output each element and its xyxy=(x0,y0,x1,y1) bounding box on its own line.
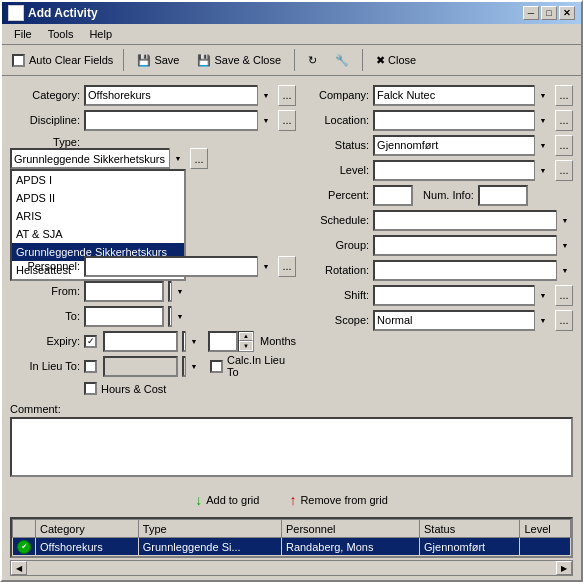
comment-textarea[interactable] xyxy=(10,417,573,477)
percent-row: Percent: Num. Info: xyxy=(304,184,573,206)
company-ellipsis-button[interactable]: ... xyxy=(555,85,573,106)
title-bar-controls: ─ □ ✕ xyxy=(523,6,575,20)
discipline-row: Discipline: ▼ ... xyxy=(10,109,296,131)
to-input[interactable] xyxy=(84,306,164,327)
col-category: Category xyxy=(36,520,139,538)
horizontal-scrollbar: ◀ ▶ xyxy=(10,560,573,576)
shift-ellipsis-button[interactable]: ... xyxy=(555,285,573,306)
dropdown-item-apds1[interactable]: APDS I xyxy=(12,171,184,189)
expiry-date-input[interactable]: 04.02.2016 xyxy=(103,331,178,352)
grid-controls: ↓ Add to grid ↑ Remove from grid xyxy=(2,483,581,517)
type-select[interactable]: Grunnleggende Sikkerhetskurs xyxy=(10,148,186,169)
scroll-track[interactable] xyxy=(27,561,556,575)
expiry-months-input[interactable]: 48 xyxy=(208,331,238,352)
category-select[interactable]: Offshorekurs xyxy=(84,85,274,106)
percent-input[interactable] xyxy=(373,185,413,206)
schedule-select-wrapper: ▼ xyxy=(373,210,573,231)
shift-select-wrapper: ▼ xyxy=(373,285,551,306)
level-select[interactable] xyxy=(373,160,551,181)
inlieu-checkbox[interactable] xyxy=(84,360,97,373)
to-dropdown[interactable] xyxy=(168,306,188,327)
add-to-grid-button[interactable]: ↓ Add to grid xyxy=(188,489,266,511)
dropdown-item-aris[interactable]: ARIS xyxy=(12,207,184,225)
scroll-left-button[interactable]: ◀ xyxy=(11,561,27,575)
expiry-cal-dropdown[interactable] xyxy=(182,331,202,352)
location-select-wrapper: ▼ xyxy=(373,110,551,131)
expiry-spin-up[interactable]: ▲ xyxy=(239,332,253,342)
location-ellipsis-button[interactable]: ... xyxy=(555,110,573,131)
rotation-label: Rotation: xyxy=(304,264,369,276)
company-label: Company: xyxy=(304,89,369,101)
toolbar-refresh-btn[interactable]: ↻ xyxy=(301,48,324,72)
table-row[interactable]: ✓ Offshorekurs Grunnleggende Si... Randa… xyxy=(13,538,571,556)
comment-area: Comment: xyxy=(10,403,573,479)
from-label: From: xyxy=(10,285,80,297)
save-label: Save xyxy=(154,54,179,66)
rotation-select[interactable] xyxy=(373,260,573,281)
toolbar-extra-btn[interactable]: 🔧 xyxy=(328,48,356,72)
grid-table-wrapper: Category Type Personnel Status Level ✓ xyxy=(10,517,573,558)
shift-select[interactable] xyxy=(373,285,551,306)
company-select[interactable]: Falck Nutec xyxy=(373,85,551,106)
minimize-button[interactable]: ─ xyxy=(523,6,539,20)
expiry-checkbox[interactable]: ✓ xyxy=(84,335,97,348)
from-input[interactable] xyxy=(84,281,164,302)
close-label: Close xyxy=(388,54,416,66)
discipline-ellipsis-button[interactable]: ... xyxy=(278,110,296,131)
schedule-row: Schedule: ▼ xyxy=(304,209,573,231)
scope-select[interactable]: Normal xyxy=(373,310,551,331)
inlieu-row: In Lieu To: 04.02.2014 ▼ Calc.In Lieu To xyxy=(10,355,296,377)
close-window-button[interactable]: ✕ xyxy=(559,6,575,20)
close-button[interactable]: ✖ Close xyxy=(369,48,423,72)
remove-from-grid-button[interactable]: ↑ Remove from grid xyxy=(282,489,394,511)
hoursandcost-checkbox[interactable] xyxy=(84,382,97,395)
status-ellipsis-button[interactable]: ... xyxy=(555,135,573,156)
calcinlieuto-checkbox[interactable] xyxy=(210,360,223,373)
numinfo-input[interactable] xyxy=(478,185,528,206)
maximize-button[interactable]: □ xyxy=(541,6,557,20)
personnel-select[interactable] xyxy=(84,256,274,277)
dropdown-item-atsjsa[interactable]: AT & SJA xyxy=(12,225,184,243)
discipline-select[interactable] xyxy=(84,110,274,131)
inlieu-cal-dropdown[interactable] xyxy=(182,356,202,377)
category-ellipsis-button[interactable]: ... xyxy=(278,85,296,106)
menu-help[interactable]: Help xyxy=(81,26,120,42)
add-arrow-icon: ↓ xyxy=(195,492,202,508)
menu-tools[interactable]: Tools xyxy=(40,26,82,42)
menu-file[interactable]: File xyxy=(6,26,40,42)
dropdown-item-apds2[interactable]: APDS II xyxy=(12,189,184,207)
discipline-label: Discipline: xyxy=(10,114,80,126)
save-close-button[interactable]: 💾 Save & Close xyxy=(190,48,288,72)
category-label: Category: xyxy=(10,89,80,101)
save-button[interactable]: 💾 Save xyxy=(130,48,186,72)
col-status: Status xyxy=(420,520,520,538)
personnel-ellipsis-button[interactable]: ... xyxy=(278,256,296,277)
status-select[interactable]: Gjennomført xyxy=(373,135,551,156)
col-personnel: Personnel xyxy=(281,520,419,538)
expiry-spin-down[interactable]: ▼ xyxy=(239,341,253,351)
autoclear-label: Auto Clear Fields xyxy=(29,54,113,66)
schedule-select[interactable] xyxy=(373,210,573,231)
status-select-wrapper: Gjennomført ▼ xyxy=(373,135,551,156)
scope-ellipsis-button[interactable]: ... xyxy=(555,310,573,331)
add-activity-window: ✚ Add Activity ─ □ ✕ File Tools Help Aut… xyxy=(0,0,583,582)
location-select[interactable] xyxy=(373,110,551,131)
to-dropdown-wrapper: ▼ xyxy=(168,306,188,327)
save-icon: 💾 xyxy=(137,54,151,67)
expiry-cal-wrapper: ▼ xyxy=(182,331,202,352)
from-dropdown[interactable] xyxy=(168,281,188,302)
window-title: Add Activity xyxy=(28,6,98,20)
inlieu-date-input[interactable]: 04.02.2014 xyxy=(103,356,178,377)
scope-row: Scope: Normal ▼ ... xyxy=(304,309,573,331)
form-left: Category: Offshorekurs ▼ ... Discipline:… xyxy=(10,84,296,395)
personnel-select-wrapper: ▼ xyxy=(84,256,274,277)
status-label: Status: xyxy=(304,139,369,151)
autoclear-checkbox[interactable] xyxy=(12,54,25,67)
level-ellipsis-button[interactable]: ... xyxy=(555,160,573,181)
comment-label: Comment: xyxy=(10,403,573,415)
group-select[interactable] xyxy=(373,235,573,256)
add-to-grid-label: Add to grid xyxy=(206,494,259,506)
scope-select-wrapper: Normal ▼ xyxy=(373,310,551,331)
type-ellipsis-button[interactable]: ... xyxy=(190,148,208,169)
scroll-right-button[interactable]: ▶ xyxy=(556,561,572,575)
